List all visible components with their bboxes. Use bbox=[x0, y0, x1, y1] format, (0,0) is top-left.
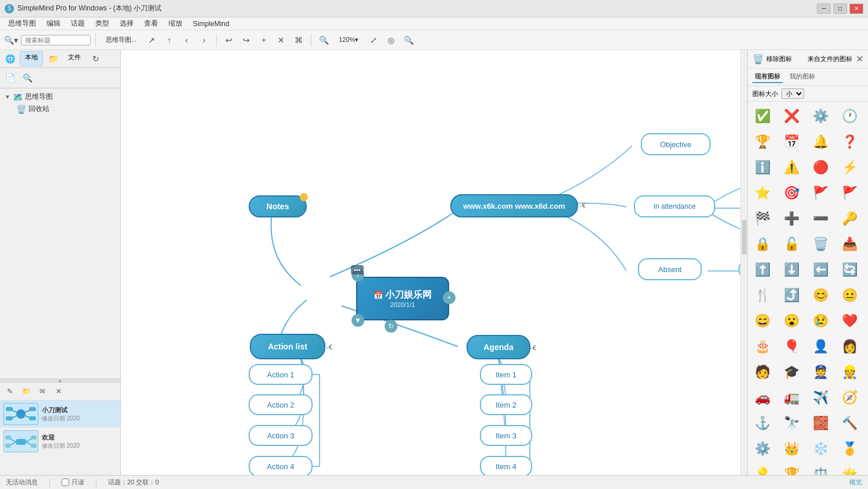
icon-truck[interactable]: 🚛 bbox=[779, 386, 804, 410]
overview-btn[interactable]: 概览 bbox=[849, 478, 862, 487]
search2-btn[interactable]: 🔍 bbox=[401, 33, 416, 48]
objective-node[interactable]: Objective bbox=[641, 133, 711, 155]
icon-green-flag[interactable]: 🚩 bbox=[809, 181, 833, 205]
icon-person1[interactable]: 👤 bbox=[809, 334, 833, 359]
action2-node[interactable]: Action 2 bbox=[249, 394, 313, 415]
icon-car[interactable]: 🚗 bbox=[750, 386, 774, 410]
icon-hammer[interactable]: 🔨 bbox=[838, 411, 862, 436]
icon-anchor[interactable]: ⚓ bbox=[750, 411, 774, 436]
icon-lightning[interactable]: ⚡ bbox=[838, 155, 862, 180]
icon-police[interactable]: 👮 bbox=[809, 360, 833, 384]
close-button[interactable]: ✕ bbox=[849, 3, 863, 14]
action3-node[interactable]: Action 3 bbox=[249, 425, 313, 446]
back-btn[interactable]: ‹ bbox=[179, 33, 194, 48]
icon-graduate[interactable]: 🎓 bbox=[779, 360, 804, 384]
icon-plus-green[interactable]: ➕ bbox=[779, 206, 804, 231]
agenda-expand[interactable]: -€ bbox=[530, 344, 536, 351]
icon-red-flag[interactable]: 🚩 bbox=[838, 181, 862, 205]
item1-node[interactable]: Item 1 bbox=[480, 364, 532, 385]
icon-bulb[interactable]: 💡 bbox=[750, 462, 774, 475]
url-node[interactable]: www.x6k.com www.x6d.com bbox=[450, 194, 578, 217]
icon-lock[interactable]: 🔒 bbox=[750, 232, 774, 256]
icon-binoculars[interactable]: 🔭 bbox=[779, 411, 804, 436]
icon-target[interactable]: 🎯 bbox=[779, 181, 804, 205]
mind-map-canvas[interactable]: 📅 小刀娱乐网 2020/1/1 T ▼ + ↻ ••• Notes www.x… bbox=[121, 50, 747, 475]
icon-neutral[interactable]: 😐 bbox=[838, 283, 862, 308]
icon-sad[interactable]: 😢 bbox=[809, 309, 833, 333]
icon-warning[interactable]: ⚠️ bbox=[779, 155, 804, 180]
notes-node[interactable]: Notes bbox=[249, 195, 307, 217]
icon-snowflake[interactable]: ❄️ bbox=[809, 437, 833, 461]
icon-person3[interactable]: 🧑 bbox=[750, 360, 774, 384]
icon-crown[interactable]: 👑 bbox=[779, 437, 804, 461]
icon-gear[interactable]: ⚙️ bbox=[809, 104, 833, 129]
tab-file[interactable]: 文件 bbox=[63, 51, 86, 66]
icon-fork[interactable]: 🍴 bbox=[750, 283, 774, 308]
icon-surprised[interactable]: 😮 bbox=[779, 309, 804, 333]
icon-red-circle[interactable]: 🔴 bbox=[809, 155, 833, 180]
icon-size-select[interactable]: 小 中 大 bbox=[781, 88, 804, 99]
item2-node[interactable]: Item 2 bbox=[480, 394, 532, 415]
menu-type[interactable]: 类型 bbox=[91, 17, 114, 30]
new-icon[interactable]: 📁 bbox=[19, 384, 34, 399]
item4-node[interactable]: Item 4 bbox=[480, 456, 532, 475]
tree-root[interactable]: ▼ 🗺️ 思维导图 bbox=[2, 91, 118, 103]
handle-right[interactable]: + bbox=[443, 291, 455, 304]
icon-trash[interactable]: 🗑️ bbox=[809, 232, 833, 256]
undo-btn[interactable]: ↩ bbox=[221, 33, 236, 48]
connect-btn[interactable]: ⌘ bbox=[291, 33, 306, 48]
thumb-item-2[interactable]: 欢迎 修改日期 2020 bbox=[0, 428, 120, 455]
fit-btn[interactable]: ⤢ bbox=[366, 33, 381, 48]
icon-compass[interactable]: 🧭 bbox=[838, 386, 862, 410]
target-btn[interactable]: ◎ bbox=[383, 33, 399, 48]
zoom-btn[interactable]: 🔍 bbox=[316, 33, 331, 48]
center-node[interactable]: 📅 小刀娱乐网 2020/1/1 bbox=[356, 277, 449, 320]
zoom-level[interactable]: 120%▾ bbox=[333, 34, 364, 46]
icon-trophy2[interactable]: 🏆 bbox=[779, 462, 804, 475]
icon-up-arrow[interactable]: ⬆️ bbox=[750, 258, 774, 282]
icon-question[interactable]: ❓ bbox=[838, 130, 862, 154]
icon-merge[interactable]: ⤴️ bbox=[779, 283, 804, 308]
icon-scale[interactable]: ⚖️ bbox=[809, 462, 833, 475]
icon-key[interactable]: 🔑 bbox=[838, 206, 862, 231]
icon-clock[interactable]: 🕐 bbox=[838, 104, 862, 129]
icon-smile[interactable]: 😊 bbox=[809, 283, 833, 308]
edit-icon[interactable]: ✎ bbox=[2, 384, 17, 399]
forward-btn[interactable]: › bbox=[196, 33, 211, 48]
search-input[interactable] bbox=[21, 35, 91, 45]
search-map-btn[interactable]: 🔍 bbox=[20, 70, 35, 85]
thumb-item-1[interactable]: 小刀测试 修改日期 2020 bbox=[0, 401, 120, 428]
add-btn[interactable]: ＋ bbox=[256, 33, 271, 48]
icon-balloon[interactable]: 🎈 bbox=[779, 334, 804, 359]
icon-checkered[interactable]: 🏁 bbox=[750, 206, 774, 231]
icon-brick[interactable]: 🧱 bbox=[809, 411, 833, 436]
minimize-button[interactable]: ─ bbox=[817, 3, 831, 14]
mindmap-file-btn[interactable]: 思维导图... bbox=[101, 33, 142, 47]
handle-bottom2[interactable]: ↻ bbox=[385, 320, 397, 333]
tab-existing-icons[interactable]: 现有图标 bbox=[752, 71, 783, 83]
scroll-thumb[interactable] bbox=[742, 220, 747, 255]
maximize-button[interactable]: □ bbox=[833, 3, 847, 14]
menu-simplemind[interactable]: SimpleMind bbox=[188, 19, 234, 29]
tree-recycle[interactable]: 🗑️ 回收站 bbox=[14, 103, 118, 115]
menu-edit[interactable]: 编辑 bbox=[42, 17, 65, 30]
icon-checkmark[interactable]: ✅ bbox=[750, 104, 774, 129]
action-list-expand[interactable]: -€ bbox=[327, 344, 332, 351]
handle-bottom[interactable]: ▼ bbox=[351, 314, 364, 327]
close-panel-icon[interactable]: ✕ bbox=[51, 384, 66, 399]
canvas-scrollbar[interactable] bbox=[740, 50, 747, 475]
share-btn[interactable]: ↑ bbox=[162, 33, 177, 48]
icon-trophy[interactable]: 🏆 bbox=[750, 130, 774, 154]
icon-down-arrow[interactable]: ⬇️ bbox=[779, 258, 804, 282]
redo-btn[interactable]: ↪ bbox=[239, 33, 254, 48]
in-attendance-node[interactable]: In attendance bbox=[634, 195, 715, 217]
icon-smile2[interactable]: 😄 bbox=[750, 309, 774, 333]
absent-node[interactable]: Absent bbox=[638, 258, 702, 280]
icon-inbox[interactable]: 📥 bbox=[838, 232, 862, 256]
delete-btn[interactable]: ✕ bbox=[274, 33, 289, 48]
icon-heart[interactable]: ❤️ bbox=[838, 309, 862, 333]
tab-local[interactable]: 本地 bbox=[20, 51, 43, 66]
new-map-btn[interactable]: 📄 bbox=[2, 70, 17, 85]
icon-minus-red[interactable]: ➖ bbox=[809, 206, 833, 231]
menu-topic[interactable]: 话题 bbox=[66, 17, 89, 30]
